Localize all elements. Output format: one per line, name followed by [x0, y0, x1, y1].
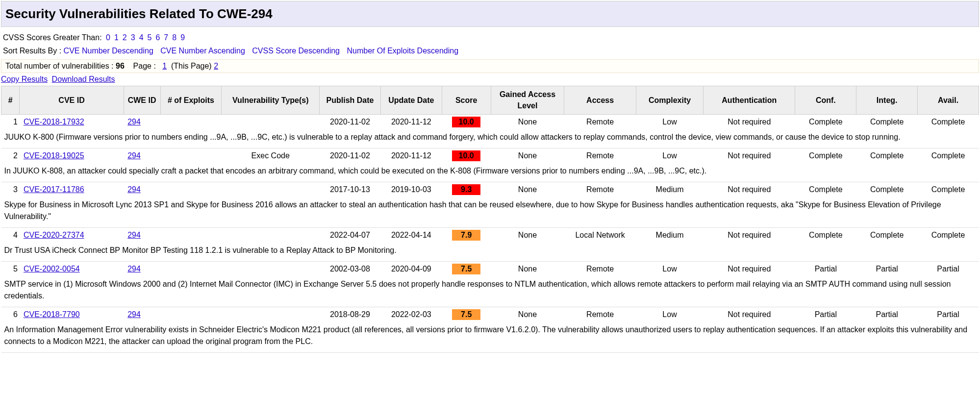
availability: Complete	[918, 228, 979, 243]
authentication: Not required	[704, 307, 795, 322]
title-bar: Security Vulnerabilities Related To CWE-…	[1, 1, 979, 27]
publish-date: 2020-11-02	[320, 148, 381, 164]
col-score-header: Score	[442, 86, 491, 115]
complexity: Low	[636, 307, 703, 322]
integrity: Complete	[856, 228, 918, 243]
cvss-filter-link[interactable]: 1	[114, 33, 119, 42]
row-number: 6	[1, 307, 20, 322]
row-number: 4	[1, 228, 20, 243]
gained-access: None	[491, 262, 564, 277]
score-cell: 7.9	[442, 228, 491, 243]
vuln-description: In JUUKO K-808, an attacker could specia…	[1, 163, 979, 182]
cvss-filter-link[interactable]: 4	[139, 33, 144, 42]
gained-access: None	[491, 148, 564, 164]
exploit-count	[160, 182, 222, 197]
page-link-1[interactable]: 1	[162, 62, 167, 70]
result-links: Copy Results Download Results	[0, 74, 980, 86]
cve-link[interactable]: CVE-2018-19025	[24, 151, 84, 160]
authentication: Not required	[704, 228, 795, 243]
sort-label: Sort Results By :	[3, 47, 64, 55]
cvss-filter-link[interactable]: 9	[180, 33, 185, 42]
score-cell: 10.0	[442, 148, 491, 164]
score-cell: 7.5	[442, 262, 491, 277]
cvss-filter-row: CVSS Scores Greater Than: 0123456789	[3, 31, 977, 44]
sort-link[interactable]: CVSS Score Descending	[252, 47, 340, 55]
table-row: 4CVE-2020-273742942022-04-072022-04-147.…	[1, 228, 979, 243]
page-link-2[interactable]: 2	[214, 62, 218, 70]
col-acc-header: Access	[564, 86, 636, 115]
access: Remote	[564, 115, 636, 130]
score-badge: 9.3	[452, 184, 480, 195]
cvss-filter-link[interactable]: 6	[155, 33, 160, 42]
score-cell: 7.5	[442, 307, 491, 322]
update-date: 2020-11-12	[380, 148, 442, 164]
cwe-link[interactable]: 294	[127, 118, 141, 126]
cwe-link[interactable]: 294	[127, 185, 141, 194]
cvss-filter-link[interactable]: 0	[106, 33, 110, 42]
score-cell: 9.3	[442, 182, 491, 197]
sort-link[interactable]: CVE Number Descending	[64, 47, 153, 55]
sort-row: Sort Results By : CVE Number Descending …	[3, 44, 977, 57]
confidentiality: Complete	[795, 228, 856, 243]
availability: Complete	[918, 182, 979, 197]
score-badge: 10.0	[452, 117, 480, 127]
download-results-link[interactable]: Download Results	[52, 75, 115, 83]
totals-bar: Total number of vulnerabilities : 96 Pag…	[1, 59, 979, 73]
col-cwe-header: CWE ID	[124, 86, 160, 115]
cve-link[interactable]: CVE-2020-27374	[24, 231, 84, 239]
col-pub-header: Publish Date	[320, 86, 381, 115]
update-date: 2022-04-14	[380, 228, 442, 243]
gained-access: None	[491, 307, 564, 322]
cvss-filter-link[interactable]: 2	[123, 33, 127, 42]
table-desc-row: An Information Management Error vulnerab…	[1, 322, 979, 353]
cvss-filter-label: CVSS Scores Greater Than:	[3, 33, 104, 42]
cvss-filter-link[interactable]: 5	[148, 33, 152, 42]
confidentiality: Complete	[795, 148, 856, 164]
integrity: Partial	[856, 262, 918, 277]
gained-access: None	[491, 182, 564, 197]
cwe-link[interactable]: 294	[127, 231, 141, 239]
col-int-header: Integ.	[856, 86, 918, 115]
complexity: Medium	[636, 182, 703, 197]
row-number: 3	[1, 182, 20, 197]
cvss-filter-link[interactable]: 7	[164, 33, 168, 42]
this-page-label: (This Page)	[171, 62, 212, 70]
update-date: 2020-04-09	[380, 262, 442, 277]
publish-date: 2018-08-29	[320, 307, 381, 322]
vuln-type	[222, 262, 320, 277]
col-cve-header: CVE ID	[20, 86, 124, 115]
col-conf-header: Conf.	[795, 86, 856, 115]
integrity: Complete	[856, 115, 918, 130]
cvss-filter-link[interactable]: 3	[131, 33, 135, 42]
authentication: Not required	[704, 148, 795, 164]
cve-link[interactable]: CVE-2002-0054	[24, 265, 80, 273]
vuln-description: SMTP service in (1) Microsoft Windows 20…	[1, 276, 979, 307]
table-desc-row: SMTP service in (1) Microsoft Windows 20…	[1, 276, 979, 307]
access: Remote	[564, 182, 636, 197]
sort-link[interactable]: Number Of Exploits Descending	[347, 47, 458, 55]
cve-link[interactable]: CVE-2018-7790	[24, 310, 80, 319]
table-row: 1CVE-2018-179322942020-11-022020-11-1210…	[1, 115, 979, 130]
cve-link[interactable]: CVE-2017-11786	[24, 185, 84, 194]
col-auth-header: Authentication	[704, 86, 795, 115]
copy-results-link[interactable]: Copy Results	[1, 75, 48, 83]
cwe-link[interactable]: 294	[127, 265, 141, 273]
cve-link[interactable]: CVE-2018-17932	[24, 118, 84, 126]
score-cell: 10.0	[442, 115, 491, 130]
table-row: 5CVE-2002-00542942002-03-082020-04-097.5…	[1, 262, 979, 277]
cvss-filter-link[interactable]: 8	[172, 33, 176, 42]
sort-link[interactable]: CVE Number Ascending	[160, 47, 245, 55]
gained-access: None	[491, 228, 564, 243]
cwe-link[interactable]: 294	[127, 151, 141, 160]
vuln-type	[222, 307, 320, 322]
complexity: Low	[636, 148, 703, 164]
col-upd-header: Update Date	[380, 86, 442, 115]
table-row: 6CVE-2018-77902942018-08-292022-02-037.5…	[1, 307, 979, 322]
publish-date: 2022-04-07	[320, 228, 381, 243]
vuln-description: Skype for Business in Microsoft Lync 201…	[1, 197, 979, 228]
col-comp-header: Complexity	[636, 86, 703, 115]
col-avl-header: Avail.	[918, 86, 979, 115]
cwe-link[interactable]: 294	[127, 310, 141, 319]
access: Remote	[564, 262, 636, 277]
vuln-type	[222, 115, 320, 130]
